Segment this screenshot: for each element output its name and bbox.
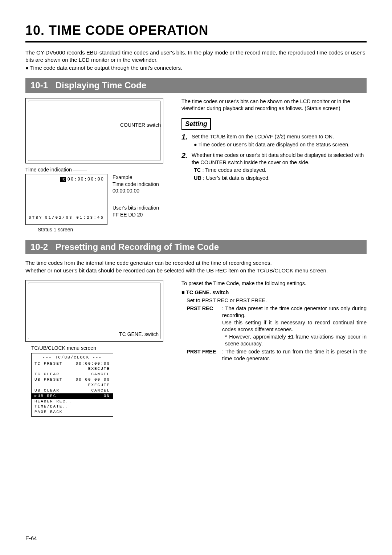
example-label: Example: [113, 174, 159, 181]
status-1-caption: Status 1 screen: [38, 226, 171, 233]
camera-diagram-1: COUNTER switch: [25, 98, 163, 163]
time-code-indication-label: Time code indication: [25, 166, 171, 173]
stby-label: STBY: [29, 215, 42, 220]
counter-switch-callout: COUNTER switch: [120, 122, 161, 129]
section-10-2-intro: The time codes from the internal time co…: [25, 259, 367, 274]
tc-ub-clock-menu: --- TC/UB/CLOCK --- TC PRESET00:00:00:00…: [31, 353, 113, 417]
setting-heading: Setting: [181, 118, 211, 130]
section-10-2-title: Presetting and Recording of Time Code: [56, 242, 219, 252]
intro-bullet-1: Time code data cannot be output through …: [25, 64, 367, 72]
example-tc-label: Time code indication: [113, 181, 159, 188]
section-10-2-heading: 10-2 Presetting and Recording of Time Co…: [25, 240, 367, 254]
menu-row: PAGE BACK: [32, 409, 113, 415]
menu-row: EXECUTE: [32, 382, 113, 388]
menu-row: UB PRESET00 00 00 00: [32, 377, 113, 382]
intro-paragraph-1: The GY-DV5000 records EBU-standard time …: [25, 49, 367, 64]
example-ub-label: User's bits indication: [113, 204, 159, 211]
section-10-1-right-intro: The time codes or user's bits can be sho…: [181, 98, 367, 112]
camera-diagram-2: TC GENE. switch: [25, 280, 163, 342]
step-2-text: Whether time codes or user's bit data sh…: [192, 152, 364, 165]
example-tc-value: 00:00:00:00: [113, 187, 159, 194]
prst-rec-star: * However, approximately ±1-frame variat…: [225, 333, 367, 348]
stby-date: 01/02/03 01:23:45: [45, 215, 104, 220]
tc-gene-switch-callout: TC GENE. switch: [119, 331, 159, 338]
menu-row: ▷UB RECON: [32, 393, 113, 399]
menu-row: TC PRESET00:00:00:00: [32, 361, 113, 366]
step-1: 1. Set the TC/UB item on the LCD/VF (2/2…: [181, 133, 367, 148]
menu-row: EXECUTE: [32, 366, 113, 372]
step-1-text: Set the TC/UB item on the LCD/VF (2/2) m…: [192, 134, 334, 139]
step-2-ub: UB : User's bit data is displayed.: [194, 175, 367, 182]
menu-row: HEADER REC..: [32, 399, 113, 404]
chapter-title: 10. TIME CODE OPERATION: [25, 22, 367, 42]
menu-row: UB CLEARCANCEL: [32, 388, 113, 393]
example-ub-value: FF EE DD 20: [113, 211, 159, 218]
set-to-text: Set to PRST REC or PRST FREE.: [187, 297, 367, 304]
tc-value: 00:00:00:00: [68, 177, 104, 182]
step-1-number: 1.: [181, 133, 189, 148]
page-number: E-64: [25, 535, 37, 542]
section-10-1-heading: 10-1 Displaying Time Code: [25, 78, 367, 93]
prst-rec-key: PRST REC: [187, 305, 219, 348]
prst-rec-text: : The data preset in the time code gener…: [222, 305, 367, 319]
section-10-2-number: 10-2: [30, 242, 48, 252]
section-10-1-title: Displaying Time Code: [56, 80, 146, 90]
step-2: 2. Whether time codes or user's bit data…: [181, 152, 367, 182]
prst-free-text: : The time code starts to run from the t…: [222, 348, 367, 362]
step-2-number: 2.: [181, 152, 189, 182]
step-1-bullet: Time codes or user's bit data are displa…: [194, 141, 367, 149]
intro-block: The GY-DV5000 records EBU-standard time …: [25, 49, 367, 72]
menu-title: --- TC/UB/CLOCK ---: [32, 355, 113, 360]
menu-caption: TC/UB/CLOCK menu screen: [31, 345, 171, 352]
step-2-tc: TC : Time codes are displayed.: [194, 167, 367, 174]
section-10-1-number: 10-1: [30, 80, 48, 90]
menu-row: TC CLEARCANCEL: [32, 372, 113, 377]
prst-free-key: PRST FREE: [187, 348, 219, 362]
status-1-screen: TC00:00:00:00 STBY 01/02/03 01:23:45: [25, 174, 107, 225]
prst-rec-row: PRST REC : The data preset in the time c…: [187, 305, 367, 348]
prst-rec-use: Use this setting if it is necessary to r…: [222, 320, 367, 333]
tc-badge: TC: [60, 177, 66, 182]
preset-intro: To preset the Time Code, make the follow…: [181, 280, 367, 287]
tc-gene-switch-heading: TC GENE. switch: [181, 289, 367, 296]
prst-free-row: PRST FREE : The time code starts to run …: [187, 348, 367, 362]
menu-row: TIME/DATE..: [32, 404, 113, 409]
